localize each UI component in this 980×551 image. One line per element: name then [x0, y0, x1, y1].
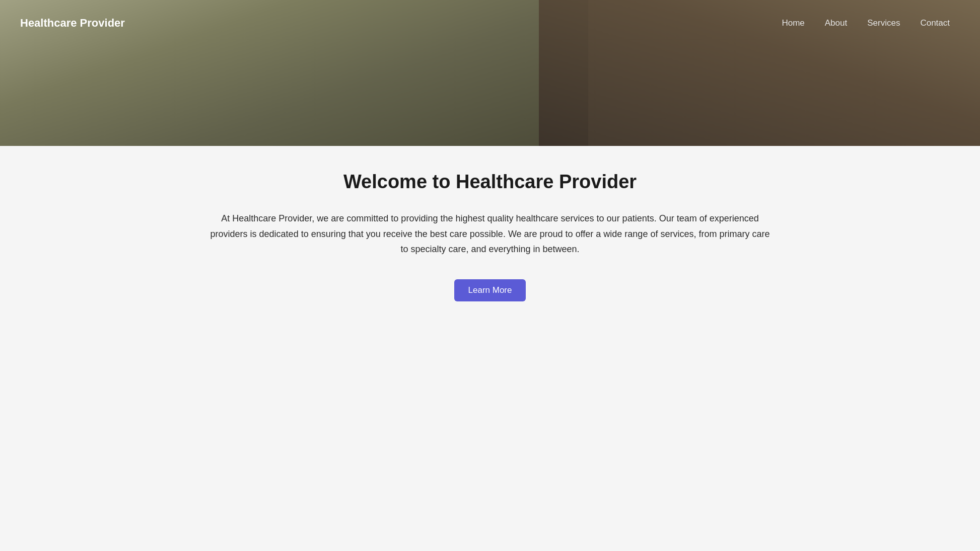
main-content: Welcome to Healthcare Provider At Health… — [188, 146, 792, 327]
nav-item-services[interactable]: Services — [857, 14, 910, 32]
hero-section: Healthcare Provider Home About Services … — [0, 0, 980, 146]
nav-item-home[interactable]: Home — [772, 14, 814, 32]
page-description: At Healthcare Provider, we are committed… — [208, 211, 772, 257]
nav-links-list: Home About Services Contact — [772, 14, 960, 32]
brand-logo[interactable]: Healthcare Provider — [20, 17, 125, 30]
nav-item-contact[interactable]: Contact — [910, 14, 960, 32]
nav-link-home[interactable]: Home — [772, 14, 814, 32]
main-nav: Healthcare Provider Home About Services … — [0, 0, 980, 46]
learn-more-button[interactable]: Learn More — [454, 279, 526, 301]
nav-link-about[interactable]: About — [815, 14, 857, 32]
nav-item-about[interactable]: About — [815, 14, 857, 32]
page-title: Welcome to Healthcare Provider — [208, 171, 772, 193]
nav-link-services[interactable]: Services — [857, 14, 910, 32]
nav-link-contact[interactable]: Contact — [910, 14, 960, 32]
